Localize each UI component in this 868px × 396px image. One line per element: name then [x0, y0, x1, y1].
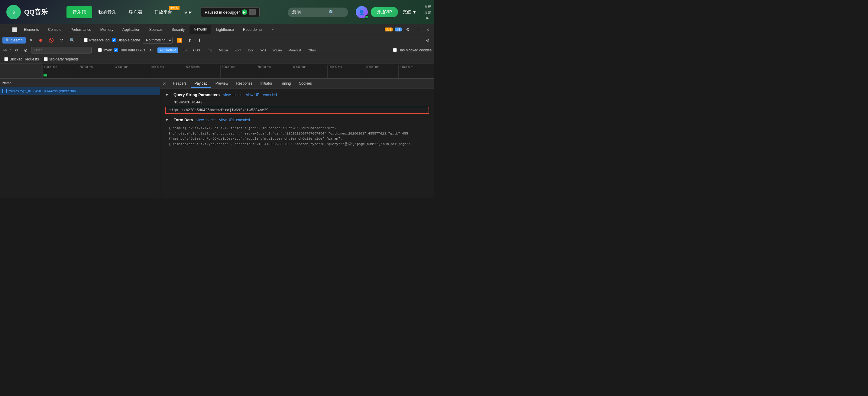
view-source-link[interactable]: view source — [223, 93, 242, 97]
play-icon-small: ▶ — [427, 16, 429, 20]
view-url-encoded-link[interactable]: view URL-encoded — [246, 93, 277, 97]
tab-preview[interactable]: Preview — [212, 80, 232, 88]
warning-count: 1 — [390, 28, 392, 31]
wifi-icon[interactable]: 📶 — [175, 37, 184, 44]
tab-security[interactable]: Security — [167, 26, 189, 34]
debugger-pause-icon[interactable]: ⏸ — [249, 9, 256, 16]
throttle-select[interactable]: No throttling — [143, 37, 173, 43]
third-party-label[interactable]: 3rd-party requests — [44, 57, 79, 61]
import-icon[interactable]: ⬆ — [186, 37, 193, 44]
filter-font-btn[interactable]: Font — [232, 48, 244, 53]
debugger-play-icon[interactable]: ▶ — [242, 9, 247, 15]
tab-cookies[interactable]: Cookies — [295, 80, 315, 88]
filter-js-btn[interactable]: JS — [180, 48, 189, 53]
filter-all-btn[interactable]: All — [147, 48, 155, 53]
devtools-more-icon[interactable]: ⋮ — [414, 26, 422, 33]
has-blocked-cookies-label[interactable]: Has blocked cookies — [393, 48, 432, 52]
network-settings-icon[interactable]: ⚙ — [424, 37, 432, 44]
sign-value: zzb2f8b5d6426matswfirojiw69fkhtw5334be29 — [181, 108, 268, 113]
blocked-requests-label[interactable]: Blocked Requests — [4, 57, 39, 61]
request-item[interactable]: musics.fcg?_=1694581841442&sign=zzb2f8b.… — [0, 87, 160, 95]
request-list-header: Name — [0, 79, 160, 87]
form-data-view-url-encoded-link[interactable]: view URL-encoded — [219, 118, 250, 122]
tab-initiator[interactable]: Initiator — [256, 80, 276, 88]
filter-icon[interactable]: ⧩ — [58, 36, 65, 44]
tab-headers[interactable]: Headers — [169, 80, 190, 88]
clear-icon[interactable]: 🚫 — [47, 37, 56, 44]
nav-client[interactable]: 客户端 — [122, 6, 148, 18]
detail-close-icon[interactable]: ✕ — [163, 81, 166, 86]
preserve-log-checkbox[interactable] — [84, 38, 88, 42]
record-icon[interactable]: ⏺ — [37, 37, 44, 44]
search-icon: 🔍 — [329, 9, 335, 15]
tab-response[interactable]: Response — [232, 80, 256, 88]
third-party-checkbox[interactable] — [44, 57, 48, 61]
feedback-text[interactable]: 反馈 — [424, 10, 431, 15]
charge-button[interactable]: 充值 ▼ — [398, 7, 421, 17]
sign-row-highlighted: sign: zzb2f8b5d6426matswfirojiw69fkhtw53… — [165, 107, 429, 114]
qq-music-logo-icon: ♪ — [6, 4, 21, 20]
hide-data-urls-checkbox[interactable] — [114, 48, 118, 52]
blocked-requests-checkbox[interactable] — [4, 57, 8, 61]
tab-recorder[interactable]: Recorder ⌲ — [239, 26, 267, 34]
qq-search-area[interactable]: 🔍 — [288, 7, 348, 17]
devtools-close-icon[interactable]: ✕ — [424, 26, 432, 33]
tab-network[interactable]: Network — [189, 25, 211, 34]
devtools-settings-icon[interactable]: ⚙ — [404, 26, 412, 33]
main-content: Name musics.fcg?_=1694581841442&sign=zzb… — [0, 79, 434, 198]
devtools-device-icon[interactable]: ⬜ — [10, 26, 19, 33]
export-icon[interactable]: ⬇ — [196, 37, 203, 44]
close-search-button[interactable]: ✕ — [28, 37, 34, 43]
request-list-body[interactable]: musics.fcg?_=1694581841442&sign=zzb2f8b.… — [0, 87, 160, 198]
preserve-log-label[interactable]: Preserve log — [84, 38, 110, 42]
nav-vip[interactable]: VIP — [178, 7, 198, 18]
tab-performance[interactable]: Performance — [66, 26, 95, 34]
tab-more[interactable]: » — [268, 26, 278, 34]
disable-cache-checkbox[interactable] — [112, 38, 116, 42]
filter-css-btn[interactable]: CSS — [191, 48, 203, 53]
tab-console[interactable]: Console — [44, 26, 66, 34]
filter-manifest-btn[interactable]: Manifest — [286, 48, 304, 53]
tab-elements[interactable]: Elements — [20, 26, 43, 34]
filter-doc-btn[interactable]: Doc — [245, 48, 256, 53]
tab-lighthouse[interactable]: Lighthouse — [212, 26, 238, 34]
reload-icon[interactable]: ↻ — [13, 47, 20, 54]
warning-badge[interactable]: ⚠ 1 — [385, 28, 393, 31]
invert-label[interactable]: Invert — [98, 48, 113, 52]
request-item-icon — [2, 89, 7, 93]
qq-user-avatar[interactable]: 👤 — [356, 6, 368, 18]
search-button[interactable]: 🔍 Search — [2, 37, 26, 43]
filter-img-btn[interactable]: Img — [204, 48, 215, 53]
filter-wasm-btn[interactable]: Wasm — [270, 48, 284, 53]
nav-open-platform[interactable]: 抢特权 开放平台 — [148, 6, 178, 18]
filter-fetch-xhr-btn[interactable]: Fetch/XHR — [157, 48, 179, 53]
filter-other-btn[interactable]: Other — [305, 48, 318, 53]
info-badge[interactable]: ℹ 1 — [395, 28, 402, 31]
qq-search-input[interactable] — [292, 10, 329, 14]
query-string-title: Query String Parameters — [174, 92, 220, 97]
tab-payload[interactable]: Payload — [191, 80, 211, 88]
open-vip-button[interactable]: 开通VIP — [371, 7, 398, 17]
tab-application[interactable]: Application — [118, 26, 145, 34]
has-blocked-cookies-checkbox[interactable] — [393, 48, 397, 52]
form-data-view-source-link[interactable]: view source — [196, 118, 216, 122]
tab-memory[interactable]: Memory — [96, 26, 118, 34]
devtools-inspect-icon[interactable]: ⊹ — [2, 26, 10, 33]
tab-timing[interactable]: Timing — [277, 80, 295, 88]
query-string-section-header: ▼ Query String Parameters view source vi… — [165, 92, 429, 97]
filter-media-btn[interactable]: Media — [216, 48, 230, 53]
search-filter-icon[interactable]: 🔍 — [68, 37, 76, 44]
disable-cache-label[interactable]: Disable cache — [112, 38, 140, 42]
filter-clear-icon[interactable]: ⊗ — [22, 47, 29, 54]
top-right-actions: 举报 反馈 ▶ — [421, 4, 434, 20]
filter-input[interactable] — [31, 47, 92, 54]
filter-regex-icon[interactable]: .* — [9, 48, 11, 52]
tab-sources[interactable]: Sources — [145, 26, 167, 34]
nav-my-music[interactable]: 我的音乐 — [92, 6, 122, 18]
nav-music-hall[interactable]: 音乐馆 — [66, 6, 92, 18]
filter-ws-btn[interactable]: WS — [258, 48, 268, 53]
filter-bar: Aa .* ↻ ⊗ Invert Hide data URLs All Fetc… — [0, 45, 434, 55]
hide-data-urls-label[interactable]: Hide data URLs — [114, 48, 145, 52]
report-text[interactable]: 举报 — [424, 4, 431, 9]
invert-checkbox[interactable] — [98, 48, 102, 52]
